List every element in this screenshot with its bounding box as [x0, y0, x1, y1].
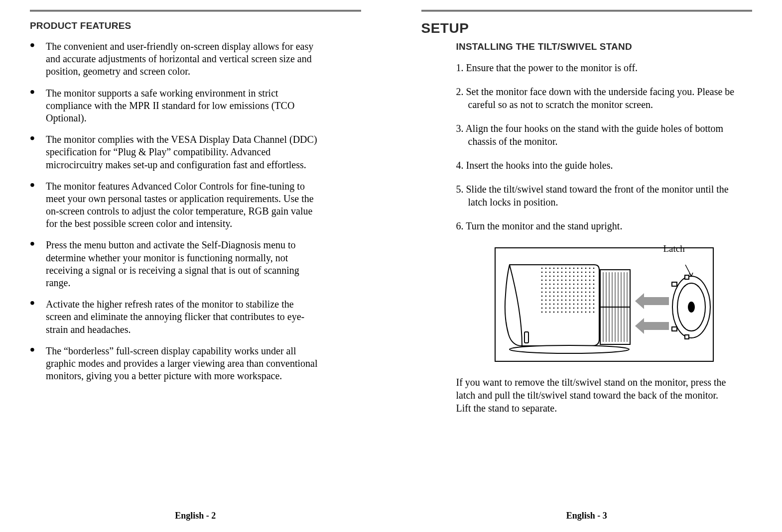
svg-point-108 [573, 296, 574, 297]
svg-point-78 [565, 288, 566, 289]
page-right: SETUP INSTALLING THE TILT/SWIVEL STAND 1… [391, 0, 782, 532]
svg-point-181 [510, 345, 629, 353]
svg-point-89 [553, 292, 554, 293]
svg-point-79 [569, 288, 570, 289]
feature-item: The monitor features Advanced Color Cont… [30, 180, 320, 230]
svg-point-160 [557, 312, 558, 313]
svg-point-20 [557, 272, 558, 273]
svg-point-139 [585, 304, 586, 305]
page-left: PRODUCT FEATURES The convenient and user… [0, 0, 391, 532]
svg-point-155 [593, 308, 594, 309]
svg-point-122 [573, 300, 574, 301]
svg-point-145 [553, 308, 554, 309]
svg-point-111 [585, 296, 586, 297]
svg-point-92 [565, 292, 566, 293]
svg-point-105 [561, 296, 562, 297]
svg-point-140 [589, 304, 590, 305]
svg-point-66 [573, 284, 574, 285]
svg-rect-1 [524, 332, 528, 343]
svg-point-156 [541, 312, 542, 313]
svg-point-23 [569, 272, 570, 273]
svg-point-147 [561, 308, 562, 309]
svg-point-8 [565, 268, 566, 269]
svg-point-137 [577, 304, 578, 305]
svg-point-154 [589, 308, 590, 309]
top-rule [421, 10, 753, 11]
top-rule [30, 10, 361, 11]
svg-point-113 [593, 296, 594, 297]
feature-item: Activate the higher refresh rates of the… [30, 298, 320, 336]
svg-point-150 [573, 308, 574, 309]
svg-point-77 [561, 288, 562, 289]
svg-point-57 [593, 280, 594, 281]
svg-point-48 [557, 280, 558, 281]
illustration-monitor-stand: Latch [495, 247, 714, 362]
svg-point-151 [577, 308, 578, 309]
svg-point-80 [573, 288, 574, 289]
svg-point-96 [581, 292, 582, 293]
svg-point-114 [541, 300, 542, 301]
svg-point-87 [545, 292, 546, 293]
svg-point-71 [593, 284, 594, 285]
feature-item: The monitor supports a safe working envi… [30, 87, 320, 125]
svg-point-2 [541, 268, 542, 269]
svg-point-46 [549, 280, 550, 281]
svg-point-148 [565, 308, 566, 309]
svg-point-161 [561, 312, 562, 313]
svg-point-84 [589, 288, 590, 289]
feature-item: The convenient and user-friendly on-scre… [30, 40, 320, 78]
svg-point-169 [593, 312, 594, 313]
svg-point-109 [577, 296, 578, 297]
svg-point-51 [569, 280, 570, 281]
svg-point-128 [541, 304, 542, 305]
svg-point-16 [541, 272, 542, 273]
svg-point-158 [549, 312, 550, 313]
svg-point-60 [549, 284, 550, 285]
svg-point-44 [541, 280, 542, 281]
figure-label-latch: Latch [663, 243, 684, 254]
svg-point-38 [573, 276, 574, 277]
svg-point-146 [557, 308, 558, 309]
svg-point-5 [553, 268, 554, 269]
svg-point-27 [585, 272, 586, 273]
svg-point-53 [577, 280, 578, 281]
svg-point-58 [541, 284, 542, 285]
svg-point-62 [557, 284, 558, 285]
page-number-right: English - 3 [391, 511, 782, 521]
svg-point-18 [549, 272, 550, 273]
svg-point-3 [545, 268, 546, 269]
feature-list: The convenient and user-friendly on-scre… [30, 40, 361, 382]
svg-point-13 [585, 268, 586, 269]
svg-point-144 [549, 308, 550, 309]
svg-point-4 [549, 268, 550, 269]
svg-point-90 [557, 292, 558, 293]
svg-point-40 [581, 276, 582, 277]
svg-point-107 [569, 296, 570, 297]
svg-point-93 [569, 292, 570, 293]
svg-point-130 [549, 304, 550, 305]
svg-point-85 [593, 288, 594, 289]
svg-point-64 [565, 284, 566, 285]
svg-rect-188 [685, 335, 689, 339]
svg-point-14 [589, 268, 590, 269]
svg-point-24 [573, 272, 574, 273]
svg-point-82 [581, 288, 582, 289]
svg-point-119 [561, 300, 562, 301]
svg-point-47 [553, 280, 554, 281]
svg-rect-187 [685, 275, 689, 279]
svg-point-100 [541, 296, 542, 297]
svg-point-19 [553, 272, 554, 273]
svg-point-95 [577, 292, 578, 293]
svg-rect-185 [672, 282, 677, 286]
svg-point-55 [585, 280, 586, 281]
svg-point-6 [557, 268, 558, 269]
svg-point-101 [545, 296, 546, 297]
svg-point-99 [593, 292, 594, 293]
svg-point-76 [557, 288, 558, 289]
svg-point-29 [593, 272, 594, 273]
svg-point-35 [561, 276, 562, 277]
svg-point-54 [581, 280, 582, 281]
svg-point-117 [553, 300, 554, 301]
svg-point-162 [565, 312, 566, 313]
svg-point-75 [553, 288, 554, 289]
